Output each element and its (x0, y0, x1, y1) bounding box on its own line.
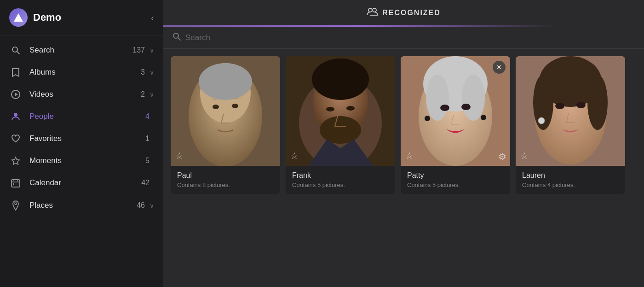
svg-point-21 (232, 104, 238, 108)
svg-point-43 (587, 75, 608, 130)
app-title: Demo (33, 12, 61, 23)
play-icon (9, 90, 22, 99)
bookmark-icon (9, 68, 22, 77)
sidebar-places-label: Places (29, 201, 137, 210)
svg-point-45 (576, 102, 586, 108)
triangle-icon (14, 13, 23, 22)
recognized-people-icon (367, 7, 378, 18)
sidebar-item-calendar[interactable]: Calendar 42 (0, 172, 163, 194)
photo-placeholder-frank (286, 56, 395, 166)
photo-placeholder-patty (401, 56, 510, 166)
svg-point-26 (312, 59, 369, 100)
app-logo-icon (9, 8, 28, 27)
svg-point-11 (15, 203, 17, 205)
svg-point-22 (199, 63, 252, 100)
svg-point-46 (538, 117, 545, 124)
sidebar-moments-count: 5 (145, 157, 150, 165)
star-outline-icon[interactable]: ☆ (520, 150, 529, 161)
sidebar-people-count: 4 (145, 112, 150, 121)
sidebar-item-videos[interactable]: Videos 2 ∨ (0, 83, 163, 105)
sidebar-nav: Search 137 ∨ Albums 3 ∨ Videos (0, 35, 163, 287)
person-count-patty: Contains 5 pictures. (407, 182, 504, 188)
person-name-lauren: Lauren (522, 171, 619, 180)
sidebar-item-search[interactable]: Search 137 ∨ (0, 39, 163, 61)
sidebar-favorites-label: Favorites (29, 134, 145, 143)
svg-line-1 (17, 52, 20, 54)
svg-point-29 (320, 116, 361, 144)
sidebar-moments-label: Moments (29, 156, 145, 165)
svg-point-33 (426, 75, 449, 121)
svg-point-34 (462, 75, 485, 121)
svg-point-35 (440, 105, 449, 111)
svg-rect-10 (13, 183, 14, 185)
svg-point-36 (461, 104, 471, 110)
svg-point-13 (373, 8, 376, 12)
svg-rect-6 (12, 180, 20, 187)
photo-placeholder-paul (171, 56, 280, 166)
person-card-paul[interactable]: ☆ Paul Contains 8 pictures. (171, 56, 280, 194)
people-grid: ☆ Paul Contains 8 pictures. (163, 49, 644, 287)
person-card-frank[interactable]: ☆ Frank Contains 5 pictures. (286, 56, 395, 194)
person-count-paul: Contains 8 pictures. (177, 182, 274, 188)
svg-line-16 (178, 38, 181, 41)
person-card-patty[interactable]: ☆ ✕ ⚙ Patty Contains 5 pictures. (401, 56, 510, 194)
search-icon (9, 46, 22, 55)
close-button[interactable]: ✕ (493, 61, 506, 74)
main-header: RECOGNIZED (163, 0, 644, 49)
search-input[interactable] (185, 33, 635, 42)
sidebar-item-places[interactable]: Places 46 ∨ (0, 194, 163, 217)
person-photo-lauren: ☆ (516, 56, 625, 166)
sidebar-places-count: 46 (137, 201, 145, 210)
sidebar-favorites-count: 1 (145, 135, 150, 143)
heart-icon (9, 135, 22, 143)
search-icon (172, 32, 181, 43)
sidebar-albums-label: Albums (29, 68, 141, 77)
svg-point-28 (346, 106, 355, 111)
star-outline-icon[interactable]: ☆ (405, 150, 414, 161)
person-card-lauren[interactable]: ☆ Lauren Contains 4 pictures. (516, 56, 625, 194)
photo-placeholder-lauren (516, 56, 625, 166)
svg-marker-5 (12, 157, 20, 164)
person-name-patty: Patty (407, 171, 504, 180)
svg-point-37 (425, 116, 430, 121)
sidebar-calendar-label: Calendar (29, 178, 141, 187)
back-button[interactable]: ‹ (151, 12, 154, 23)
person-info-frank: Frank Contains 5 pictures. (286, 166, 395, 194)
sidebar-videos-count: 2 (141, 90, 145, 99)
main-content: RECOGNIZED (163, 0, 644, 287)
chevron-down-icon: ∨ (150, 47, 154, 54)
sidebar-people-label: People (29, 112, 145, 121)
star-icon (9, 156, 22, 165)
person-photo-frank: ☆ (286, 56, 395, 166)
sidebar-item-favorites[interactable]: Favorites 1 (0, 128, 163, 150)
star-outline-icon[interactable]: ☆ (175, 150, 184, 161)
gear-icon[interactable]: ⚙ (498, 151, 506, 162)
svg-marker-3 (15, 93, 18, 96)
person-name-frank: Frank (292, 171, 389, 180)
svg-point-38 (481, 115, 486, 120)
sidebar: Demo ‹ Search 137 ∨ Albums 3 (0, 0, 163, 287)
star-outline-icon[interactable]: ☆ (290, 150, 299, 161)
sidebar-item-moments[interactable]: Moments 5 (0, 150, 163, 172)
sidebar-videos-label: Videos (29, 90, 141, 99)
sidebar-albums-count: 3 (141, 68, 145, 76)
svg-point-27 (326, 107, 334, 111)
person-name-paul: Paul (177, 171, 274, 180)
chevron-down-icon: ∨ (150, 91, 154, 98)
person-count-lauren: Contains 4 pictures. (522, 182, 619, 188)
sidebar-search-label: Search (29, 46, 132, 55)
person-count-frank: Contains 5 pictures. (292, 182, 389, 188)
main-title-bar: RECOGNIZED (163, 0, 644, 25)
sidebar-item-people[interactable]: People 4 (0, 105, 163, 128)
chevron-down-icon: ∨ (150, 202, 154, 209)
svg-point-12 (368, 8, 372, 12)
sidebar-search-count: 137 (132, 46, 145, 54)
page-title: RECOGNIZED (382, 9, 441, 17)
svg-point-44 (555, 103, 564, 109)
sidebar-item-albums[interactable]: Albums 3 ∨ (0, 61, 163, 83)
person-info-lauren: Lauren Contains 4 pictures. (516, 166, 625, 194)
person-photo-patty: ☆ ✕ ⚙ (401, 56, 510, 166)
person-info-paul: Paul Contains 8 pictures. (171, 166, 280, 194)
sidebar-calendar-count: 42 (141, 179, 150, 187)
sidebar-header: Demo ‹ (0, 0, 163, 35)
